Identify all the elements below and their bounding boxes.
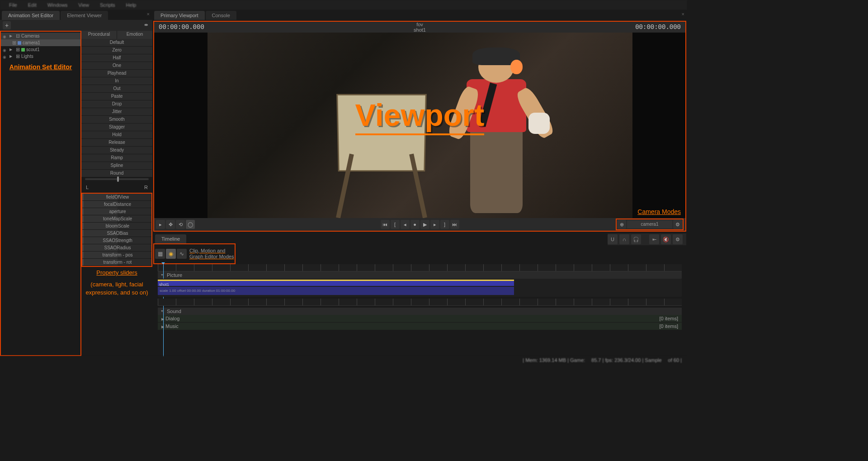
model-icon [21, 48, 25, 52]
camera-icon [18, 41, 21, 45]
preset-item[interactable]: Half [81, 54, 152, 62]
skip-back-icon[interactable]: ⇤ [649, 234, 659, 244]
tree-item-lights[interactable]: ▶ ⊞ Lights [1, 53, 80, 60]
tree-item-cameras[interactable]: ▶ ⊟ Cameras [1, 33, 80, 39]
prop-fieldofview[interactable]: fieldOfView [82, 194, 151, 200]
prop-ssaobias[interactable]: SSAOBias [82, 230, 151, 237]
orbit-tool-icon[interactable]: ◯ [186, 220, 195, 229]
bracket-right-icon[interactable]: ] [440, 220, 449, 229]
close-tab-icon[interactable]: × [147, 11, 150, 17]
headphones-icon[interactable]: 🎧 [631, 234, 641, 244]
preset-item[interactable]: Zero [81, 47, 152, 54]
tab-animation-set-editor[interactable]: Animation Set Editor [2, 11, 60, 20]
bracket-left-icon[interactable]: [ [391, 220, 400, 229]
timeline-tracks: ▼Picture shot1 scale 1.00 offset 00:00.0… [158, 271, 682, 355]
track-music[interactable]: ▶ Music[0 items] [158, 323, 682, 330]
viewport[interactable]: Viewport Camera Modes [154, 33, 685, 218]
menu-windows[interactable]: Windows [42, 1, 73, 9]
prop-transform-rot[interactable]: transform - rot [82, 259, 151, 266]
timeline-ruler-2[interactable] [158, 299, 682, 306]
annotation-props-2: (camera, light, facial expressions, and … [81, 279, 152, 299]
gear-icon[interactable]: ⚙ [673, 220, 682, 229]
preset-item[interactable]: Stagger [81, 124, 152, 131]
menu-file[interactable]: File [4, 1, 23, 9]
visibility-icon[interactable] [3, 33, 8, 39]
mute-icon[interactable]: 🔇 [661, 234, 671, 244]
preset-item[interactable]: Jitter [81, 108, 152, 115]
track-sound[interactable]: ▼Sound [158, 308, 682, 315]
visibility-icon[interactable] [3, 54, 8, 59]
motion-editor-mode-icon[interactable]: ◉ [166, 249, 176, 259]
menu-help[interactable]: Help [121, 1, 142, 9]
expand-icon[interactable]: ▶ [9, 48, 14, 52]
add-button[interactable]: + [3, 21, 11, 29]
tab-timeline[interactable]: Timeline [155, 234, 186, 243]
camera-selector[interactable]: camera1 [627, 220, 672, 228]
plus-icon[interactable]: ⊞ [12, 40, 16, 46]
prop-transform-pos[interactable]: transform - pos [82, 252, 151, 258]
preset-item[interactable]: In [81, 77, 152, 85]
track-picture[interactable]: ▼Picture [158, 271, 682, 279]
tab-console[interactable]: Console [206, 11, 236, 20]
tab-element-viewer[interactable]: Element Viewer [61, 11, 108, 20]
prop-focaldistance[interactable]: focalDistance [82, 201, 151, 208]
play-icon[interactable]: ▶ [420, 220, 429, 229]
preset-item[interactable]: Default [81, 39, 152, 46]
clip-area[interactable]: shot1 scale 1.00 offset 00:00.00 duratio… [158, 279, 682, 297]
preset-item[interactable]: Release [81, 139, 152, 146]
preset-item[interactable]: Spline [81, 162, 152, 169]
settings-icon[interactable]: ⚙ [673, 234, 683, 244]
preset-item[interactable]: Ramp [81, 154, 152, 162]
rotate-tool-icon[interactable]: ⟲ [176, 220, 185, 229]
prop-tonemapscale[interactable]: toneMapScale [82, 215, 151, 222]
record-icon[interactable]: ● [410, 220, 420, 229]
menu-view[interactable]: View [73, 1, 94, 9]
preset-item[interactable]: Drop [81, 100, 152, 108]
preset-item[interactable]: Playhead [81, 70, 152, 77]
prop-bloomscale[interactable]: bloomScale [82, 223, 151, 229]
tree-item-camera1[interactable]: ⊞ camera1 [1, 39, 80, 46]
preset-item[interactable]: Steady [81, 147, 152, 154]
prop-ssaostrength[interactable]: SSAOStrength [82, 237, 151, 244]
camera-target-icon[interactable]: ⊕ [617, 220, 626, 229]
preset-slider[interactable] [85, 178, 149, 180]
plus-icon[interactable]: ⊞ [15, 47, 20, 52]
tree-item-scout1[interactable]: ▶ ⊞ scout1 [1, 46, 80, 53]
preset-item[interactable]: Out [81, 85, 152, 92]
clip-shot1[interactable]: shot1 [158, 280, 514, 286]
preset-item[interactable]: Round [81, 170, 152, 177]
snap-icon[interactable]: ∩ [619, 234, 629, 244]
preset-item[interactable]: Paste [81, 93, 152, 100]
close-tab-icon[interactable]: × [682, 11, 684, 17]
next-frame-icon[interactable]: ▸ [430, 220, 439, 229]
tab-primary-viewport[interactable]: Primary Viewport [154, 11, 205, 20]
clip-info: scale 1.00 offset 00:00.00 duration 01:0… [158, 287, 514, 295]
magnet-icon[interactable]: U [608, 234, 618, 244]
preset-item[interactable]: Smooth [81, 116, 152, 123]
prev-frame-icon[interactable]: ◂ [401, 220, 410, 229]
select-tool-icon[interactable]: ▸ [156, 220, 165, 229]
plus-icon[interactable]: ⊞ [15, 53, 20, 59]
fast-forward-icon[interactable]: ⏭ [450, 220, 459, 229]
graph-editor-mode-icon[interactable]: ∿ [177, 249, 187, 259]
timeline-ruler[interactable] [158, 264, 682, 271]
preset-item[interactable]: One [81, 62, 152, 69]
track-dialog[interactable]: ▶ Dialog[0 items] [158, 315, 682, 322]
clip-editor-mode-icon[interactable]: ▦ [155, 249, 165, 259]
preset-tab-emotion[interactable]: Emotion [117, 31, 152, 39]
expand-icon[interactable]: ▶ [9, 54, 14, 58]
prop-ssaoradius[interactable]: SSAORadius [82, 244, 151, 251]
expand-icon[interactable]: ▶ [9, 34, 14, 38]
preset-item[interactable]: Hold [81, 131, 152, 138]
preset-tab-procedural[interactable]: Procedural [81, 31, 117, 39]
visibility-icon[interactable] [3, 47, 8, 52]
gear-icon[interactable] [143, 22, 149, 29]
menu-edit[interactable]: Edit [23, 1, 42, 9]
menu-scripts[interactable]: Scripts [94, 1, 121, 9]
timeline-toolbar: U ∩ 🎧 ⇤ 🔇 ⚙ [608, 233, 686, 245]
move-tool-icon[interactable]: ✥ [166, 220, 175, 229]
scene-tree: ▶ ⊟ Cameras ⊞ camera1 ▶ ⊞ scout1 [1, 32, 80, 61]
plus-icon[interactable]: ⊟ [15, 33, 20, 39]
prop-aperture[interactable]: aperture [82, 208, 151, 215]
rewind-icon[interactable]: ⏮ [381, 220, 390, 229]
